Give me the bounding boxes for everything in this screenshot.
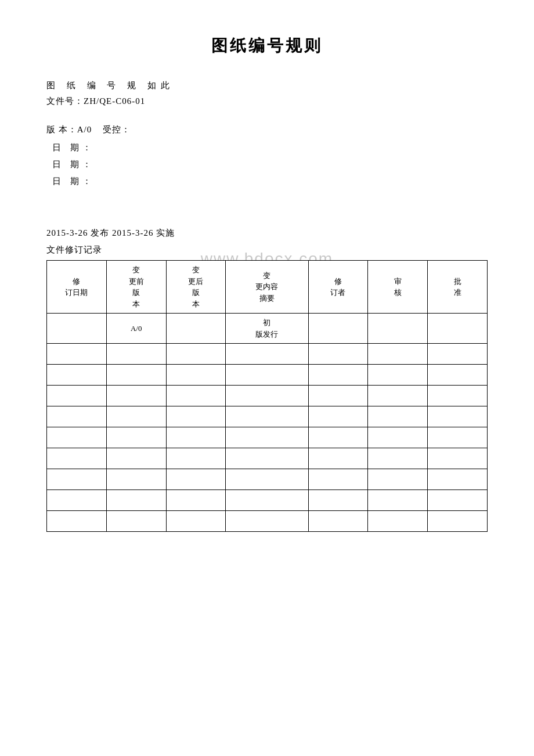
table-cell (47, 344, 107, 365)
table-cell (47, 469, 107, 490)
table-cell (47, 406, 107, 427)
date-line-2: 日 期： (46, 159, 488, 170)
doc-number-label: 文件号： (46, 96, 84, 106)
table-cell (308, 427, 368, 448)
table-cell (226, 344, 308, 365)
table-cell (47, 511, 107, 532)
date-line-1: 日 期： (46, 142, 488, 153)
th-before: 变 更前 版 本 (106, 261, 166, 314)
table-cell (368, 448, 428, 469)
table-row (47, 469, 488, 490)
table-cell (47, 427, 107, 448)
table-cell (226, 469, 308, 490)
version-label: 版 本： (46, 125, 77, 134)
table-cell (47, 490, 107, 511)
table-cell (106, 344, 166, 365)
version-value: A/0 (77, 125, 92, 134)
table-cell (368, 314, 428, 344)
table-cell (368, 490, 428, 511)
table-cell: 初 版发行 (226, 314, 308, 344)
th-desc: 变 更内容 摘要 (226, 261, 308, 314)
th-after: 变 更后 版 本 (166, 261, 226, 314)
table-cell (428, 386, 488, 406)
table-row (47, 406, 488, 427)
table-row (47, 386, 488, 406)
revision-table: 修 订日期 变 更前 版 本 变 更后 版 本 变 更内容 摘要 修 订者 审 … (46, 260, 488, 532)
table-cell (106, 448, 166, 469)
table-cell (106, 386, 166, 406)
table-cell (226, 511, 308, 532)
table-cell (47, 448, 107, 469)
table-cell (308, 314, 368, 344)
table-cell (308, 386, 368, 406)
table-cell (308, 406, 368, 427)
table-row (47, 365, 488, 386)
table-cell (166, 314, 226, 344)
table-cell (368, 469, 428, 490)
table-cell (428, 448, 488, 469)
table-cell (166, 386, 226, 406)
table-cell (106, 469, 166, 490)
table-cell (308, 469, 368, 490)
table-cell (428, 511, 488, 532)
table-cell (368, 427, 428, 448)
page-container: www.bdocx.com 图纸编号规则 图 纸 编 号 规 如此 文件号：ZH… (0, 0, 534, 756)
table-row (47, 448, 488, 469)
publish-line: 2015-3-26 发布 2015-3-26 实施 (46, 228, 488, 239)
table-row (47, 490, 488, 511)
table-cell (166, 469, 226, 490)
table-cell (226, 448, 308, 469)
th-approve: 批 准 (428, 261, 488, 314)
table-cell (428, 344, 488, 365)
table-cell (428, 490, 488, 511)
table-cell (47, 365, 107, 386)
table-cell (47, 314, 107, 344)
table-row (47, 344, 488, 365)
date-line-3: 日 期： (46, 176, 488, 187)
table-cell (308, 448, 368, 469)
table-cell (368, 511, 428, 532)
table-cell (428, 365, 488, 386)
doc-number-value: ZH/QE-C06-01 (84, 96, 145, 106)
table-cell: A/0 (106, 314, 166, 344)
table-cell (368, 406, 428, 427)
table-cell (166, 490, 226, 511)
subtitle: 图 纸 编 号 规 如此 (46, 80, 488, 91)
th-editor: 修 订者 (308, 261, 368, 314)
table-cell (226, 386, 308, 406)
table-cell (428, 314, 488, 344)
table-cell (368, 344, 428, 365)
table-cell (368, 365, 428, 386)
table-cell (47, 386, 107, 406)
table-cell (106, 511, 166, 532)
table-cell (308, 365, 368, 386)
table-cell (428, 469, 488, 490)
table-cell (368, 386, 428, 406)
th-review: 审 核 (368, 261, 428, 314)
table-cell (106, 427, 166, 448)
th-date: 修 订日期 (47, 261, 107, 314)
table-cell (308, 344, 368, 365)
table-row (47, 511, 488, 532)
table-cell (106, 365, 166, 386)
table-cell (428, 427, 488, 448)
controlled-label: 受控： (103, 125, 131, 134)
table-cell (226, 490, 308, 511)
table-cell (166, 365, 226, 386)
table-cell (166, 511, 226, 532)
doc-number: 文件号：ZH/QE-C06-01 (46, 96, 488, 107)
table-row (47, 427, 488, 448)
table-cell (226, 406, 308, 427)
table-row: A/0初 版发行 (47, 314, 488, 344)
table-cell (166, 427, 226, 448)
table-header-row: 修 订日期 变 更前 版 本 变 更后 版 本 变 更内容 摘要 修 订者 审 … (47, 261, 488, 314)
table-cell (428, 406, 488, 427)
table-cell (106, 490, 166, 511)
revision-title: 文件修订记录 (46, 244, 488, 255)
table-cell (226, 427, 308, 448)
table-cell (308, 490, 368, 511)
table-cell (166, 344, 226, 365)
table-cell (308, 511, 368, 532)
page-title: 图纸编号规则 (46, 35, 488, 57)
table-cell (226, 365, 308, 386)
